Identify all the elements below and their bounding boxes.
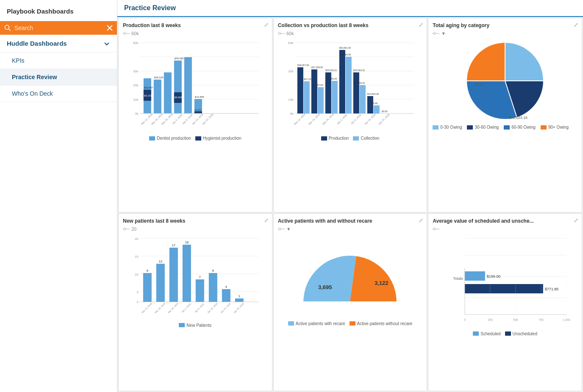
settings-icon-5[interactable]: [278, 226, 285, 232]
search-input[interactable]: [14, 25, 103, 31]
svg-text:Apr 2, 2018: Apr 2, 2018: [172, 113, 183, 125]
svg-text:Apr 16, 2018: Apr 16, 2018: [207, 302, 218, 314]
svg-rect-110: [143, 273, 152, 302]
production-bar-chart: 60k 30k 20k 10k 0k $30,687 $9,231 $28,51…: [123, 39, 268, 132]
svg-text:Mar 19, 2018: Mar 19, 2018: [154, 302, 166, 314]
collection-bar-chart: 60k 30k 10k 0k $39,057.00 $27,137.45 $37…: [278, 39, 423, 132]
production-expand-icon[interactable]: ⤢: [264, 22, 269, 28]
new-patients-bar-chart: 20 15 10 5 0 9 12 17 18 7: [123, 234, 268, 319]
svg-text:0: 0: [464, 318, 466, 321]
app-title: Playbook Dashboards: [0, 0, 117, 21]
svg-text:$9,231: $9,231: [144, 94, 152, 97]
recare-pie-svg: 3,695 3,122: [295, 247, 405, 306]
aging-expand-icon[interactable]: ⤢: [574, 22, 578, 28]
avg-value-options: [433, 226, 577, 232]
svg-point-0: [5, 25, 9, 30]
svg-rect-154: [465, 271, 485, 281]
svg-rect-76: [373, 105, 379, 113]
svg-rect-56: [303, 81, 309, 113]
svg-text:18: 18: [185, 240, 189, 244]
svg-text:10: 10: [135, 273, 139, 276]
settings-icon-6[interactable]: [433, 226, 439, 232]
svg-text:$30,687: $30,687: [144, 86, 153, 89]
svg-text:$8,896: $8,896: [175, 96, 183, 99]
settings-icon-2[interactable]: [278, 31, 285, 36]
new-patients-options: 20: [123, 226, 268, 232]
svg-rect-67: [339, 50, 345, 113]
svg-text:$6,720.60: $6,720.60: [367, 102, 377, 105]
production-chart-title: Production last 8 weeks: [123, 22, 268, 28]
sidebar-item-kpis[interactable]: KPIs: [0, 52, 117, 69]
svg-text:12: 12: [158, 259, 162, 263]
legend-without-recare: Active patients without recare: [350, 321, 413, 326]
svg-rect-116: [183, 245, 191, 302]
recare-legend: Active patients with recare Active patie…: [278, 321, 423, 326]
svg-text:30k: 30k: [133, 69, 139, 73]
sidebar-item-practice-review[interactable]: Practice Review: [0, 69, 117, 86]
search-icon: [4, 25, 11, 31]
svg-text:3,122: 3,122: [375, 280, 389, 286]
svg-rect-25: [174, 61, 182, 113]
svg-rect-68: [345, 57, 351, 113]
aging-chart-title: Total aging by category: [433, 22, 577, 28]
charts-grid: Production last 8 weeks ⤢ 60k 60k: [117, 17, 583, 392]
svg-text:0k: 0k: [290, 112, 294, 116]
svg-text:$27,808.25: $27,808.25: [325, 77, 337, 80]
svg-rect-118: [196, 279, 204, 302]
svg-text:$37,208.00: $37,208.00: [311, 66, 323, 69]
svg-point-140: [433, 228, 436, 230]
svg-rect-71: [353, 72, 359, 113]
avg-value-expand-icon[interactable]: ⤢: [574, 217, 578, 224]
new-patients-chart-card: New patients last 8 weeks ⤢ 20 20 15 10: [118, 213, 272, 392]
svg-text:$199.00: $199.00: [487, 274, 501, 279]
svg-rect-124: [235, 298, 244, 302]
legend-30-60: 30-60 Owing: [467, 125, 499, 130]
svg-rect-60: [317, 87, 323, 113]
avg-value-legend: Scheduled Unscheduled: [433, 331, 577, 336]
collection-y-label: 60k: [286, 31, 294, 36]
main-content: Practice Review Production last 8 weeks …: [117, 0, 583, 392]
svg-rect-59: [311, 69, 317, 113]
recare-chart-title: Active patients with and without recare: [278, 218, 423, 224]
svg-text:1,000: 1,000: [563, 318, 570, 321]
svg-text:17: 17: [172, 243, 175, 247]
svg-text:$39,057.00: $39,057.00: [297, 64, 309, 66]
collection-chart-options: 60k: [278, 31, 423, 36]
close-icon[interactable]: [107, 25, 113, 31]
svg-text:1: 1: [239, 294, 241, 298]
search-bar: [0, 21, 117, 35]
svg-rect-112: [156, 264, 165, 302]
svg-text:Mar 12, 2018: Mar 12, 2018: [293, 113, 306, 125]
settings-icon-3[interactable]: [433, 31, 439, 36]
settings-icon-4[interactable]: [123, 226, 130, 232]
svg-text:Mar 26, 2018: Mar 26, 2018: [167, 302, 179, 314]
svg-text:3,695: 3,695: [318, 284, 332, 290]
svg-text:15: 15: [135, 255, 139, 259]
svg-text:10k: 10k: [288, 98, 294, 102]
settings-icon[interactable]: [123, 31, 130, 36]
collection-expand-icon[interactable]: ⤢: [419, 22, 423, 28]
svg-line-1: [9, 29, 11, 31]
svg-rect-114: [169, 248, 178, 302]
svg-text:0: 0: [136, 300, 139, 304]
recare-expand-icon[interactable]: ⤢: [419, 217, 423, 224]
legend-scheduled: Scheduled: [473, 331, 500, 336]
collection-legend: Production Collection: [278, 136, 423, 141]
svg-rect-120: [209, 273, 217, 302]
svg-text:$771.85: $771.85: [545, 287, 559, 291]
avg-value-title: Average value of scheduled and unsche...: [433, 218, 577, 224]
svg-text:9: 9: [147, 269, 149, 273]
svg-point-88: [433, 33, 436, 35]
legend-90plus: 90+ Owing: [541, 125, 569, 130]
svg-text:Apr 23, 2018: Apr 23, 2018: [220, 302, 231, 314]
sidebar-item-whos-on-deck[interactable]: Who's On Deck: [0, 86, 117, 102]
svg-text:Apr 2, 2018: Apr 2, 2018: [336, 113, 348, 125]
svg-point-134: [278, 228, 280, 230]
aging-chart-card: Total aging by category ⤢ ▼: [428, 18, 582, 213]
nav-group-huddle[interactable]: Huddle Dashboards: [0, 35, 117, 52]
collection-chart-card: Collection vs production last 8 weeks ⤢ …: [273, 18, 428, 213]
new-patients-expand-icon[interactable]: ⤢: [264, 217, 269, 224]
svg-text:$53,691.00: $53,691.00: [339, 47, 351, 49]
svg-text:$33,093.21: $33,093.21: [353, 69, 365, 72]
svg-rect-122: [222, 289, 230, 302]
